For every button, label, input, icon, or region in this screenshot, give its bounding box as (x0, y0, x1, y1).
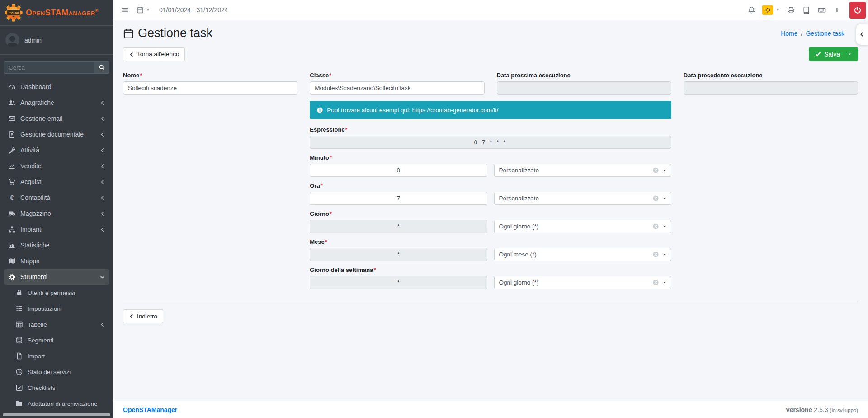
chevron-left-icon (129, 314, 134, 319)
chevron-down-icon (100, 275, 105, 280)
caret-down-icon (663, 280, 667, 285)
sidebar-item-statistiche[interactable]: Statistiche (4, 238, 109, 253)
field-nome: Nome* (123, 72, 297, 95)
nome-label: Nome* (123, 72, 297, 79)
sidebar-item-impianti[interactable]: Impianti (4, 222, 109, 237)
sidebar-item-acquisti[interactable]: Acquisti (4, 174, 109, 190)
breadcrumb-current-link[interactable]: Gestione task (806, 30, 844, 37)
sidebar-item-utenti-e-permessi[interactable]: Utenti e permessi (4, 285, 109, 300)
brand-name: OpenSTAManager® (26, 8, 99, 18)
print-button[interactable] (783, 2, 798, 18)
lock-icon (15, 289, 23, 296)
nome-input[interactable] (123, 81, 297, 95)
tasks-dropdown[interactable] (760, 2, 783, 18)
clear-icon[interactable] (652, 251, 659, 258)
breadcrumb-home-link[interactable]: Home (781, 30, 797, 37)
sidebar-item-gestione-documentale[interactable]: Gestione documentale (4, 127, 109, 142)
keyboard-icon (817, 6, 826, 14)
sidebar-item-import[interactable]: Import (4, 348, 109, 364)
sidebar-item-contabilit[interactable]: Contabilità (4, 190, 109, 205)
tasks-badge (762, 5, 773, 15)
back-to-list-button[interactable]: Torna all'elenco (123, 48, 185, 61)
chevron-left-icon (100, 211, 105, 216)
brand-link[interactable]: OSM OpenSTAManager® (0, 0, 113, 26)
sidebar-item-attivit[interactable]: Attività (4, 142, 109, 158)
sidebar-item-impostazioni[interactable]: Impostazioni (4, 301, 109, 316)
sidebar-item-tabelle[interactable]: Tabelle (4, 317, 109, 332)
clear-icon[interactable] (652, 223, 659, 230)
chevron-left-icon (100, 164, 105, 169)
spinner-icon (765, 7, 771, 13)
clear-icon[interactable] (652, 279, 659, 286)
search-button[interactable] (94, 61, 109, 74)
date-range-dropdown[interactable] (137, 6, 150, 14)
clear-icon[interactable] (652, 195, 659, 202)
sidebar-toggle-button[interactable] (118, 2, 132, 18)
notifications-button[interactable] (744, 2, 759, 18)
sidebar-item-label: Dashboard (20, 83, 52, 90)
sidebar-item-magazzino[interactable]: Magazzino (4, 206, 109, 221)
minuto-label: Minuto* (310, 154, 671, 161)
save-button[interactable]: Salva (809, 47, 858, 61)
user-panel[interactable]: admin (0, 26, 113, 55)
footer-brand-link[interactable]: OpenSTAManager (123, 406, 177, 413)
field-giorno-settimana: Giorno della settimana* Ogni giorno (*) (310, 266, 671, 289)
sidebar-item-strumenti[interactable]: Strumenti (4, 269, 109, 285)
sidebar-item-segmenti[interactable]: Segmenti (4, 332, 109, 348)
chevron-left-icon (100, 322, 105, 327)
sidebar-item-checklists[interactable]: Checklists (4, 380, 109, 395)
classe-input[interactable] (310, 81, 484, 95)
list-icon (15, 305, 23, 312)
menu-icon (121, 6, 129, 14)
giorno-input (310, 220, 487, 233)
field-data-prossima: Data prossima esecuzione (497, 72, 671, 95)
chevron-left-icon (100, 100, 105, 105)
user-name: admin (24, 37, 42, 44)
back-button[interactable]: Indietro (123, 309, 163, 323)
mese-label: Mese* (310, 238, 671, 245)
caret-down-icon (848, 52, 852, 56)
sidebar-horizontal-scrollbar[interactable] (3, 413, 110, 416)
info-button[interactable] (830, 2, 844, 18)
ora-input[interactable] (310, 192, 487, 205)
sidebar-item-stato-dei-servizi[interactable]: Stato dei servizi (4, 364, 109, 380)
gear-icon (8, 273, 16, 280)
field-minuto: Minuto* Personalizzato (310, 154, 671, 177)
logout-button[interactable] (849, 2, 866, 19)
folder-icon (15, 400, 23, 407)
giorno-select[interactable]: Ogni giorno (*) (494, 220, 671, 233)
power-icon (854, 6, 861, 14)
sidebar-item-label: Mappa (20, 257, 40, 265)
map-icon (8, 257, 16, 265)
printer-icon (787, 6, 795, 14)
data-prossima-label: Data prossima esecuzione (497, 72, 671, 79)
data-prossima-input (497, 81, 671, 95)
minuto-input[interactable] (310, 164, 487, 177)
sidebar-item-adattatori-di-archiviazione[interactable]: Adattatori di archiviazione (4, 396, 109, 411)
sidebar-item-mappa[interactable]: Mappa (4, 253, 109, 269)
data-precedente-input (684, 81, 858, 95)
file-lines-icon (8, 131, 16, 138)
clear-icon[interactable] (652, 167, 659, 174)
field-data-precedente: Data precedente esecuzione (684, 72, 858, 95)
sidebar-item-label: Adattatori di archiviazione (28, 400, 98, 407)
giorno-settimana-select[interactable]: Ogni giorno (*) (494, 276, 671, 289)
shortcuts-button[interactable] (814, 2, 829, 18)
caret-down-icon (146, 8, 150, 12)
sidebar-item-vendite[interactable]: Vendite (4, 158, 109, 174)
sidebar-item-gestione-email[interactable]: Gestione email (4, 111, 109, 126)
ora-select[interactable]: Personalizzato (494, 192, 671, 205)
sidebar-item-dashboard[interactable]: Dashboard (4, 79, 109, 95)
docs-button[interactable] (799, 2, 813, 18)
mese-select[interactable]: Ogni mese (*) (494, 248, 671, 261)
sidebar-item-label: Import (28, 353, 45, 360)
version-info: Versione 2.5.3 (In sviluppo) (786, 406, 858, 413)
database-icon (15, 337, 23, 344)
sidebar-item-label: Attività (20, 147, 39, 154)
search-input[interactable] (4, 61, 94, 74)
minuto-select[interactable]: Personalizzato (494, 164, 671, 177)
field-classe: Classe* (310, 72, 484, 95)
collapse-panel-tab[interactable] (856, 24, 868, 45)
sidebar-item-anagrafiche[interactable]: Anagrafiche (4, 95, 109, 110)
sidebar-item-label: Gestione email (20, 115, 62, 122)
